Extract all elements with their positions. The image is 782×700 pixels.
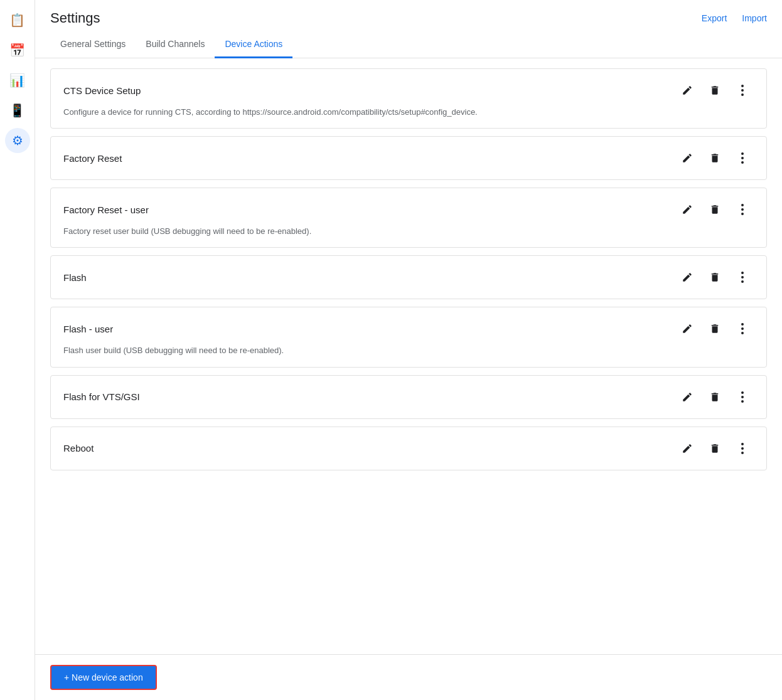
action-description: Configure a device for running CTS, acco… bbox=[63, 107, 754, 118]
page-title: Settings bbox=[50, 10, 100, 26]
page-header: Settings Export Import bbox=[35, 0, 782, 26]
export-link[interactable]: Export bbox=[702, 13, 727, 23]
edit-button[interactable] bbox=[676, 266, 699, 289]
sidebar-item-settings[interactable]: ⚙ bbox=[5, 128, 30, 153]
page-footer: + New device action bbox=[35, 654, 782, 700]
more-button[interactable] bbox=[731, 266, 754, 289]
more-icon bbox=[741, 323, 744, 334]
action-card-header: Factory Reset bbox=[63, 147, 754, 169]
delete-button[interactable] bbox=[704, 79, 726, 102]
tab-device-actions[interactable]: Device Actions bbox=[215, 31, 292, 58]
edit-button[interactable] bbox=[676, 198, 699, 221]
edit-button[interactable] bbox=[676, 437, 699, 460]
action-card: Factory Reset bbox=[50, 136, 767, 180]
action-card: Flash for VTS/GSI bbox=[50, 375, 767, 419]
action-card: Reboot bbox=[50, 427, 767, 470]
edit-button[interactable] bbox=[676, 317, 699, 340]
tab-build-channels[interactable]: Build Channels bbox=[136, 31, 215, 58]
action-card: CTS Device SetupConfigure a device for r… bbox=[50, 68, 767, 129]
action-buttons bbox=[676, 266, 754, 289]
more-icon bbox=[741, 272, 744, 283]
action-card-header: Flash - user bbox=[63, 317, 754, 340]
more-button[interactable] bbox=[731, 317, 754, 340]
more-icon bbox=[741, 152, 744, 164]
header-actions: Export Import bbox=[702, 13, 767, 23]
edit-button[interactable] bbox=[676, 79, 699, 102]
action-name: CTS Device Setup bbox=[63, 85, 141, 96]
action-card-header: Factory Reset - user bbox=[63, 198, 754, 221]
content-area: CTS Device SetupConfigure a device for r… bbox=[35, 58, 782, 654]
action-card: Flash - userFlash user build (USB debugg… bbox=[50, 307, 767, 367]
delete-button[interactable] bbox=[704, 147, 726, 169]
more-button[interactable] bbox=[731, 437, 754, 460]
sidebar-item-chart[interactable]: 📊 bbox=[5, 68, 30, 93]
more-icon bbox=[741, 443, 744, 454]
edit-button[interactable] bbox=[676, 386, 699, 408]
sidebar-item-calendar[interactable]: 📅 bbox=[5, 38, 30, 63]
edit-button[interactable] bbox=[676, 147, 699, 169]
sidebar-item-clipboard[interactable]: 📋 bbox=[5, 8, 30, 33]
action-description: Flash user build (USB debugging will nee… bbox=[63, 345, 754, 356]
new-device-action-button[interactable]: + New device action bbox=[50, 665, 157, 690]
action-name: Flash for VTS/GSI bbox=[63, 391, 140, 402]
calendar-icon: 📅 bbox=[9, 43, 25, 58]
action-card-header: CTS Device Setup bbox=[63, 79, 754, 102]
action-description: Factory reset user build (USB debugging … bbox=[63, 226, 754, 237]
sidebar: 📋 📅 📊 📱 ⚙ bbox=[0, 0, 35, 700]
delete-button[interactable] bbox=[704, 266, 726, 289]
settings-icon: ⚙ bbox=[12, 133, 23, 148]
action-name: Flash bbox=[63, 272, 87, 283]
main-content: Settings Export Import General Settings … bbox=[35, 0, 782, 700]
more-icon bbox=[741, 204, 744, 215]
action-card-header: Flash for VTS/GSI bbox=[63, 386, 754, 408]
action-card: Factory Reset - userFactory reset user b… bbox=[50, 188, 767, 248]
delete-button[interactable] bbox=[704, 198, 726, 221]
action-card: Flash bbox=[50, 255, 767, 299]
more-icon bbox=[741, 85, 744, 96]
more-icon bbox=[741, 391, 744, 403]
action-buttons bbox=[676, 386, 754, 408]
more-button[interactable] bbox=[731, 386, 754, 408]
action-card-header: Reboot bbox=[63, 437, 754, 460]
action-name: Flash - user bbox=[63, 324, 113, 334]
more-button[interactable] bbox=[731, 198, 754, 221]
more-button[interactable] bbox=[731, 147, 754, 169]
phone-icon: 📱 bbox=[9, 103, 25, 118]
chart-icon: 📊 bbox=[9, 73, 25, 88]
action-name: Factory Reset - user bbox=[63, 204, 149, 215]
action-buttons bbox=[676, 198, 754, 221]
delete-button[interactable] bbox=[704, 386, 726, 408]
tab-general-settings[interactable]: General Settings bbox=[50, 31, 136, 58]
more-button[interactable] bbox=[731, 79, 754, 102]
sidebar-item-phone[interactable]: 📱 bbox=[5, 98, 30, 123]
action-buttons bbox=[676, 79, 754, 102]
action-buttons bbox=[676, 437, 754, 460]
delete-button[interactable] bbox=[704, 437, 726, 460]
action-name: Factory Reset bbox=[63, 153, 122, 164]
action-buttons bbox=[676, 147, 754, 169]
action-buttons bbox=[676, 317, 754, 340]
delete-button[interactable] bbox=[704, 317, 726, 340]
action-card-header: Flash bbox=[63, 266, 754, 289]
tab-bar: General Settings Build Channels Device A… bbox=[35, 31, 782, 58]
clipboard-icon: 📋 bbox=[9, 13, 25, 28]
action-name: Reboot bbox=[63, 443, 94, 453]
import-link[interactable]: Import bbox=[742, 13, 767, 23]
